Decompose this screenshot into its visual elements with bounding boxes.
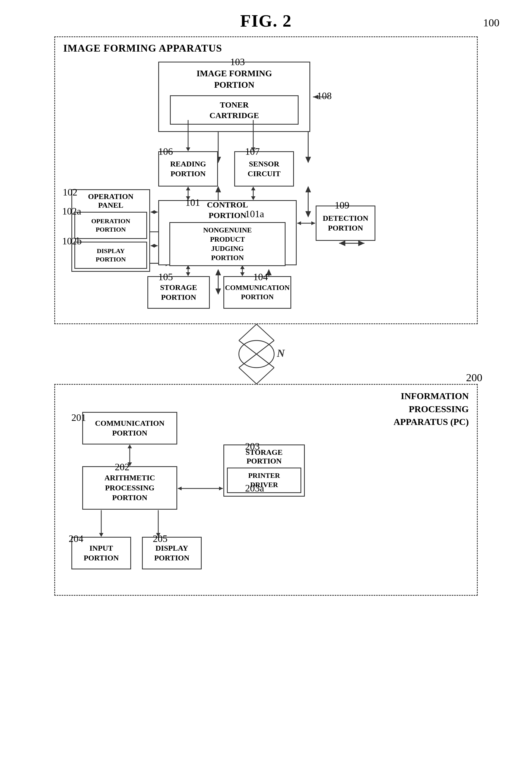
- network-label: N: [277, 347, 285, 359]
- svg-marker-18: [358, 240, 364, 246]
- apparatus-label: IMAGE FORMING APPARATUS: [63, 42, 222, 54]
- apparatus-label-2: INFORMATIONPROCESSINGAPPARATUS (PC): [394, 390, 469, 428]
- svg-line-57: [239, 368, 257, 384]
- ref-109: 109: [335, 199, 349, 211]
- operation-panel-box: OPERATIONPANEL OPERATIONPORTION DISPLAYP…: [71, 189, 150, 272]
- control-portion-block: CONTROLPORTION NONGENUINEPRODUCTJUDGINGP…: [158, 200, 297, 265]
- ref-103: 103: [230, 56, 245, 68]
- svg-marker-26: [313, 95, 318, 99]
- svg-marker-3: [305, 157, 311, 163]
- ref-104: 104: [253, 271, 268, 283]
- image-forming-apparatus-box: IMAGE FORMING APPARATUS: [54, 37, 478, 324]
- operation-panel-label: OPERATIONPANEL: [74, 192, 147, 209]
- svg-marker-38: [154, 210, 158, 214]
- svg-marker-36: [251, 186, 255, 190]
- storage-portion-block: STORAGEPORTION: [147, 276, 210, 309]
- diagram-area: IMAGE FORMING APPARATUS: [22, 37, 510, 596]
- sensor-circuit-block: SENSORCIRCUIT: [234, 151, 294, 186]
- network-svg: N: [54, 324, 478, 384]
- arithmetic-processing-block: ARITHMETICPROCESSINGPORTION: [82, 466, 177, 510]
- svg-marker-44: [297, 221, 301, 225]
- ref-203: 203: [245, 441, 260, 452]
- ref-204: 204: [69, 533, 83, 544]
- control-label: CONTROLPORTION: [163, 199, 292, 221]
- svg-marker-9: [305, 186, 311, 192]
- svg-marker-6: [215, 186, 221, 192]
- svg-line-52: [239, 324, 257, 341]
- ref-106: 106: [158, 146, 173, 157]
- svg-marker-8: [305, 211, 311, 218]
- ref-105: 105: [158, 271, 173, 283]
- display-portion-inner: DISPLAYPORTION: [74, 242, 147, 269]
- ref-102: 102: [63, 186, 77, 198]
- ref-102a: 102a: [62, 205, 81, 217]
- ref-201: 201: [71, 412, 86, 423]
- svg-line-58: [257, 368, 274, 384]
- ref-107: 107: [245, 146, 260, 157]
- ref-202: 202: [115, 461, 129, 473]
- svg-line-53: [257, 324, 274, 341]
- page: FIG. 2 100 IMAGE FORMING APPARATUS: [0, 0, 532, 779]
- svg-marker-61: [128, 444, 132, 448]
- storage-portion-bottom-label: STORAGEPORTION: [227, 448, 301, 465]
- storage-portion-bottom-box: STORAGEPORTION PRINTERDRIVER: [223, 444, 305, 497]
- figure-title: FIG. 2: [11, 11, 521, 31]
- svg-marker-50: [240, 272, 245, 276]
- svg-marker-42: [151, 244, 154, 248]
- ref-101: 101: [185, 197, 200, 208]
- svg-marker-64: [178, 487, 182, 490]
- svg-marker-63: [219, 487, 223, 490]
- svg-marker-66: [99, 533, 104, 537]
- toner-cartridge-block: TONERCARTRIDGE: [170, 95, 298, 125]
- ref-100: 100: [483, 16, 500, 29]
- display-portion-bottom-block: DISPLAYPORTION: [142, 537, 202, 570]
- svg-marker-17: [339, 240, 345, 246]
- printer-driver-block: PRINTERDRIVER: [227, 468, 301, 493]
- ref-101a: 101a: [245, 208, 264, 220]
- svg-marker-47: [186, 272, 190, 276]
- svg-marker-20: [215, 288, 221, 295]
- image-forming-label: IMAGE FORMINGPORTION: [162, 65, 307, 93]
- svg-marker-33: [186, 186, 190, 190]
- toner-arrow-svg: [310, 92, 332, 102]
- ref-203a: 203a: [245, 482, 264, 494]
- operation-portion-inner: OPERATIONPORTION: [74, 212, 147, 239]
- information-processing-apparatus-box: 200 INFORMATIONPROCESSINGAPPARATUS (PC) …: [54, 384, 478, 596]
- svg-marker-41: [154, 244, 158, 248]
- comm-portion-bottom: COMMUNICATIONPORTION: [82, 412, 177, 444]
- svg-marker-45: [311, 221, 315, 225]
- ref-102b: 102b: [62, 235, 82, 247]
- image-forming-portion-block: IMAGE FORMINGPORTION TONERCARTRIDGE: [158, 62, 310, 132]
- svg-marker-39: [151, 210, 154, 214]
- svg-marker-21: [215, 269, 221, 275]
- svg-marker-28: [186, 147, 190, 151]
- ref-200: 200: [466, 371, 482, 384]
- ref-205: 205: [153, 533, 168, 544]
- network-area: N: [54, 324, 478, 384]
- nongenuine-block: NONGENUINEPRODUCTJUDGINGPORTION: [170, 222, 285, 266]
